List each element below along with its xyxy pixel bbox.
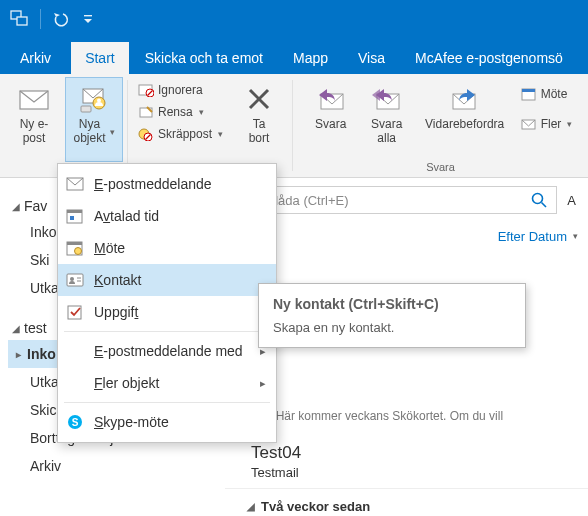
new-items-label: Nya objekt▾: [73, 118, 114, 146]
junk-icon: [138, 126, 154, 142]
ignore-icon: [138, 82, 154, 98]
delete-icon: [242, 82, 276, 116]
reply-all-label: Svara alla: [371, 118, 402, 146]
ignore-button[interactable]: Ignorera: [134, 80, 227, 100]
ribbon-tabs: Arkiv Start Skicka och ta emot Mapp Visa…: [0, 38, 588, 74]
more-respond-button[interactable]: Fler▾: [517, 114, 577, 134]
search-icon[interactable]: [530, 191, 548, 209]
svg-point-6: [97, 99, 101, 103]
ribbon-group-delete: Ignorera Rensa▾ Skräppost▾ Ta bort: [128, 74, 293, 177]
tooltip-body: Skapa en ny kontakt.: [273, 320, 511, 335]
tab-view[interactable]: Visa: [344, 42, 399, 74]
collapse-icon: ◢: [12, 323, 20, 334]
email-icon: [66, 175, 84, 193]
undo-icon[interactable]: [49, 7, 73, 31]
tab-start[interactable]: Start: [71, 42, 129, 74]
menu-meeting[interactable]: Möte: [58, 232, 276, 264]
date-group-header[interactable]: ◢ Två veckor sedan: [225, 488, 588, 516]
tooltip: Ny kontakt (Ctrl+Skift+C) Skapa en ny ko…: [258, 283, 526, 348]
svg-rect-1: [17, 17, 27, 25]
menu-appointment-label: Avtalad tid: [94, 208, 159, 224]
reply-all-button[interactable]: Svara alla: [361, 78, 413, 161]
ignore-label: Ignorera: [158, 83, 203, 97]
svg-rect-30: [67, 242, 82, 245]
tab-file[interactable]: Arkiv: [6, 42, 69, 74]
junk-button[interactable]: Skräppost▾: [134, 124, 227, 144]
tab-mcafee[interactable]: McAfee e-postgenomsö: [401, 42, 577, 74]
clean-icon: [138, 104, 154, 120]
menu-separator: [64, 331, 270, 332]
qat-divider: [40, 9, 41, 29]
calendar-icon: [521, 86, 537, 102]
message-from: Test04: [251, 443, 578, 463]
delete-button[interactable]: Ta bort: [231, 78, 287, 173]
message-preview: Hej, Här kommer veckans Skökortet. Om du…: [251, 409, 578, 423]
more-label: Fler: [541, 117, 562, 131]
menu-meeting-label: Möte: [94, 240, 125, 256]
sort-button[interactable]: Efter Datum▾: [498, 228, 578, 244]
menu-contact[interactable]: Kontakt: [58, 264, 276, 296]
envelope-icon: [17, 82, 51, 116]
svg-rect-21: [522, 89, 535, 92]
menu-appointment[interactable]: Avtalad tid: [58, 200, 276, 232]
collapse-icon: ◢: [12, 201, 20, 212]
svg-rect-28: [70, 216, 74, 220]
task-icon: [66, 303, 84, 321]
delete-label: Ta bort: [249, 118, 270, 146]
group-respond-label: Svara: [426, 161, 455, 175]
tab-folder[interactable]: Mapp: [279, 42, 342, 74]
window-icon: [8, 7, 32, 31]
forward-button[interactable]: Vidarebefordra: [417, 78, 513, 161]
menu-skype-meeting[interactable]: S Skype-möte: [58, 406, 276, 438]
svg-text:S: S: [72, 417, 79, 428]
menu-more-items-label: Fler objekt: [94, 375, 159, 391]
right-pane-label: A: [563, 193, 580, 208]
menu-separator: [64, 402, 270, 403]
new-items-button[interactable]: Nya objekt▾: [66, 78, 122, 161]
meeting-icon: [66, 239, 84, 257]
svg-rect-32: [67, 274, 83, 286]
nav-archive[interactable]: Arkiv: [8, 452, 215, 480]
reply-button[interactable]: Svara: [305, 78, 357, 161]
chevron-down-icon: ▾: [573, 231, 578, 241]
menu-email-label: E-postmeddelande: [94, 176, 212, 192]
svg-rect-27: [67, 210, 82, 213]
meeting-button[interactable]: Möte: [517, 84, 577, 104]
appointment-icon: [66, 207, 84, 225]
collapse-icon: ◢: [247, 501, 255, 512]
svg-point-33: [70, 277, 74, 281]
menu-skype-label: Skype-möte: [94, 414, 169, 430]
message-item[interactable]: Test04 Testmail: [225, 437, 588, 488]
submenu-arrow-icon: ▸: [260, 377, 266, 390]
message-from: 4: [251, 370, 578, 390]
menu-email-using[interactable]: E-postmeddelande med ▸: [58, 335, 276, 367]
message-subject: Testmail: [251, 465, 578, 480]
svg-rect-2: [84, 15, 92, 16]
clean-button[interactable]: Rensa▾: [134, 102, 227, 122]
ribbon-group-respond: Svara Svara alla Vidarebefordra Möte Fle…: [293, 74, 588, 177]
meeting-label: Möte: [541, 87, 568, 101]
new-items-icon: [77, 82, 111, 116]
menu-contact-label: Kontakt: [94, 272, 141, 288]
message-item[interactable]: 4 et Hej, Här kommer veckans Skökortet. …: [225, 364, 588, 431]
tab-send-receive[interactable]: Skicka och ta emot: [131, 42, 277, 74]
svg-point-23: [533, 194, 543, 204]
menu-task-label: Uppgift: [94, 304, 138, 320]
qat-customize-icon[interactable]: [81, 7, 95, 31]
junk-label: Skräppost: [158, 127, 212, 141]
new-email-label: Ny e- post: [20, 118, 49, 146]
reply-label: Svara: [315, 118, 346, 132]
tooltip-title: Ny kontakt (Ctrl+Skift+C): [273, 296, 511, 312]
menu-more-items[interactable]: Fler objekt ▸: [58, 367, 276, 399]
new-email-button[interactable]: Ny e- post: [6, 78, 62, 161]
skype-icon: S: [66, 413, 84, 431]
svg-line-24: [542, 203, 547, 208]
menu-task[interactable]: Uppgift: [58, 296, 276, 328]
new-items-menu: E-postmeddelande Avtalad tid Möte Kontak…: [57, 163, 277, 443]
menu-email-using-label: E-postmeddelande med: [94, 343, 243, 359]
ribbon-group-new: Ny e- post Nya objekt▾: [0, 74, 128, 177]
forward-icon: [448, 82, 482, 116]
title-bar: [0, 0, 588, 38]
svg-rect-7: [81, 106, 91, 112]
menu-email[interactable]: E-postmeddelande: [58, 168, 276, 200]
